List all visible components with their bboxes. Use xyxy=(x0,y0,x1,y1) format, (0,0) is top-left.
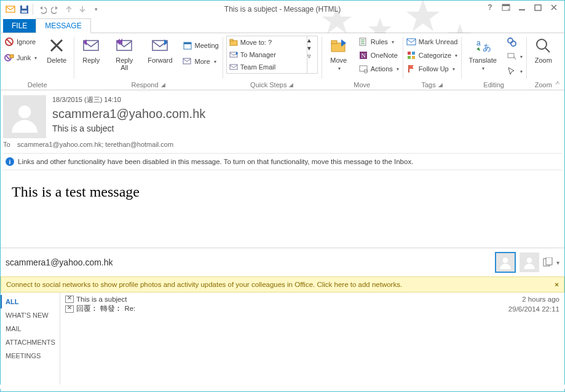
more-label: More xyxy=(195,58,210,65)
delete-button[interactable]: Delete xyxy=(43,36,70,64)
quick-steps-gallery[interactable]: Move to: ? To Manager Team Email xyxy=(226,36,307,74)
reply-all-button[interactable]: Reply All xyxy=(111,36,138,71)
respond-dialog-launcher[interactable]: ◢ xyxy=(161,82,165,88)
people-pane-body: ALL WHAT'S NEW MAIL ATTACHMENTS MEETINGS… xyxy=(1,292,564,385)
group-delete-label: Delete xyxy=(4,81,70,88)
contact-avatar-2[interactable] xyxy=(520,253,539,272)
prev-item-button[interactable] xyxy=(63,3,75,15)
group-tags: Mark Unread Categorize▾ Follow Up▾ Tags◢ xyxy=(403,33,462,90)
next-item-button[interactable] xyxy=(76,3,89,15)
people-nav-attachments[interactable]: ATTACHMENTS xyxy=(1,335,60,349)
ribbon-display-button[interactable] xyxy=(498,1,514,14)
info-bar[interactable]: i Links and other functionality have bee… xyxy=(3,153,562,170)
to-label: To xyxy=(3,141,15,148)
title-bar: ▾ This is a subject - Message (HTML) ? xyxy=(0,0,565,18)
people-expand-button[interactable]: ▾ xyxy=(556,259,559,266)
svg-rect-18 xyxy=(230,39,233,41)
group-move: Move▾ Rules▾ NOneNote Actions▾ Move xyxy=(322,33,403,90)
activity-row[interactable]: This is a subject 2 hours ago xyxy=(65,295,559,304)
reply-all-icon xyxy=(114,36,134,55)
move-button[interactable]: Move▾ xyxy=(325,36,352,75)
group-delete: Ignore Junk▾ Delete Delete xyxy=(1,33,74,90)
find-button[interactable] xyxy=(507,36,523,48)
related-button[interactable]: ▾ xyxy=(507,50,523,63)
meeting-icon xyxy=(183,41,192,50)
minimize-button[interactable] xyxy=(514,1,530,14)
tab-file[interactable]: FILE xyxy=(3,19,36,33)
mark-unread-button[interactable]: Mark Unread xyxy=(406,36,458,48)
redo-button[interactable] xyxy=(49,3,61,15)
svg-rect-30 xyxy=(412,52,415,55)
qs-item-0: Move to: ? xyxy=(240,39,272,46)
info-bar-text: Links and other functionality have been … xyxy=(18,158,413,165)
forward-label: Forward xyxy=(148,57,172,64)
svg-rect-15 xyxy=(184,42,191,44)
group-move-label: Move xyxy=(325,81,399,88)
translate-button[interactable]: aあ Translate▾ xyxy=(465,36,500,77)
categorize-button[interactable]: Categorize▾ xyxy=(406,49,458,61)
group-quicksteps-label: Quick Steps xyxy=(250,81,286,88)
group-editing: aあ Translate▾ ▾ ▾ Editing xyxy=(461,33,526,90)
people-nav-meetings[interactable]: MEETINGS xyxy=(1,349,60,363)
onenote-button[interactable]: NOneNote xyxy=(358,49,399,61)
junk-button[interactable]: Junk▾ xyxy=(4,52,37,64)
contact-avatar-1[interactable] xyxy=(495,252,516,273)
people-pane-header: scammera1@yahoo.com.hk ▾ xyxy=(1,248,564,276)
qs-scroll-up[interactable]: ▴ xyxy=(307,36,317,44)
forward-button[interactable]: Forward xyxy=(144,36,176,71)
ignore-icon xyxy=(4,37,14,47)
delete-icon xyxy=(47,36,66,55)
tab-message[interactable]: MESSAGE xyxy=(36,18,90,33)
more-respond-button[interactable]: More▾ xyxy=(183,55,219,68)
svg-rect-6 xyxy=(519,9,525,10)
quicksteps-dialog-launcher[interactable]: ◢ xyxy=(289,82,293,88)
people-nav: ALL WHAT'S NEW MAIL ATTACHMENTS MEETINGS xyxy=(1,292,60,385)
tags-dialog-launcher[interactable]: ◢ xyxy=(438,82,443,88)
team-email-icon xyxy=(229,63,238,71)
save-button[interactable] xyxy=(18,3,30,15)
reply-button[interactable]: Reply xyxy=(77,36,105,71)
people-nav-whatsnew[interactable]: WHAT'S NEW xyxy=(1,308,60,322)
qs-scroll-down[interactable]: ▾ xyxy=(307,44,317,52)
group-tags-label: Tags xyxy=(421,81,435,88)
select-button[interactable]: ▾ xyxy=(507,65,523,77)
to-recipients: scammera1@yahoo.com.hk; terethan@hotmail… xyxy=(17,141,173,148)
undo-button[interactable] xyxy=(36,3,48,15)
ignore-button[interactable]: Ignore xyxy=(4,36,37,48)
to-manager-icon xyxy=(229,51,238,58)
actions-button[interactable]: Actions▾ xyxy=(358,63,399,75)
followup-button[interactable]: Follow Up▾ xyxy=(406,63,458,75)
reply-icon xyxy=(81,36,101,55)
rules-button[interactable]: Rules▾ xyxy=(358,36,399,48)
svg-point-38 xyxy=(537,39,547,49)
people-toggle-button[interactable] xyxy=(543,257,553,267)
close-button[interactable] xyxy=(546,1,562,14)
svg-text:a: a xyxy=(476,39,481,47)
maximize-button[interactable] xyxy=(530,1,546,14)
people-activity-list: This is a subject 2 hours ago 回覆︰ 轉發︰ Re… xyxy=(60,292,564,385)
social-connect-banner[interactable]: Connect to social networks to show profi… xyxy=(1,276,564,292)
people-nav-mail[interactable]: MAIL xyxy=(1,322,60,335)
mail-icon xyxy=(65,305,74,313)
group-respond: Reply Reply All Forward Meeting More▾ xyxy=(74,33,222,90)
qs-expand[interactable]: ▿ xyxy=(307,52,317,60)
reply-label: Reply xyxy=(82,57,100,64)
help-button[interactable]: ? xyxy=(482,1,498,14)
info-icon: i xyxy=(6,157,14,166)
categorize-icon xyxy=(406,50,416,60)
collapse-ribbon-button[interactable]: ㅅ xyxy=(555,79,561,87)
group-quick-steps: Move to: ? To Manager Team Email ▴ ▾ ▿ Q… xyxy=(223,33,322,90)
svg-rect-5 xyxy=(502,4,510,6)
more-icon xyxy=(183,57,192,66)
meeting-button[interactable]: Meeting xyxy=(183,39,219,52)
zoom-button[interactable]: Zoom xyxy=(530,36,557,64)
followup-label: Follow Up xyxy=(419,65,449,73)
categorize-label: Categorize xyxy=(419,52,451,59)
people-nav-all[interactable]: ALL xyxy=(1,295,60,308)
related-icon xyxy=(507,52,516,61)
activity-row[interactable]: 回覆︰ 轉發︰ Re: 29/6/2014 22:11 xyxy=(65,304,559,314)
flag-icon xyxy=(406,64,416,74)
qat-customize-button[interactable]: ▾ xyxy=(90,3,102,15)
zoom-icon xyxy=(534,36,553,55)
banner-close-button[interactable]: × xyxy=(555,281,559,288)
